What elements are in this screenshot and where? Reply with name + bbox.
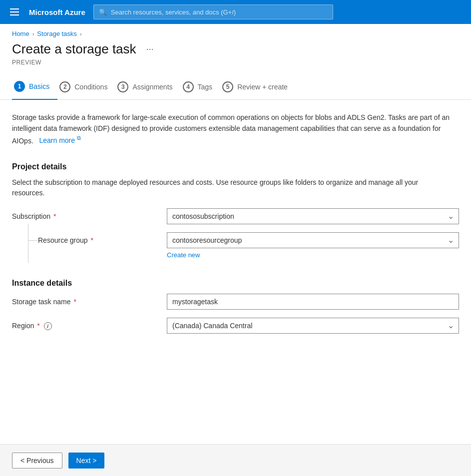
subscription-select-wrapper: contososubscription [167, 208, 459, 224]
storage-task-name-input[interactable] [167, 294, 459, 310]
wizard-step-tags[interactable]: 4 Tags [181, 74, 221, 99]
region-select-wrapper: (Canada) Canada Central [167, 318, 459, 334]
wizard-step-label-conditions: Conditions [74, 83, 107, 91]
search-icon: 🔍 [99, 8, 107, 16]
wizard-step-label-tags: Tags [198, 83, 213, 91]
resource-group-select[interactable]: contosoresourcegroup [167, 232, 459, 248]
storage-task-name-label: Storage task name * [12, 294, 167, 306]
hamburger-menu-button[interactable] [8, 6, 21, 17]
create-new-resource-group-link[interactable]: Create new [167, 251, 200, 259]
project-details-title: Project details [12, 162, 459, 171]
region-info-icon[interactable]: i [44, 322, 52, 330]
page-title: Create a storage task [12, 41, 136, 57]
wizard-step-basics[interactable]: 1 Basics [12, 74, 57, 100]
breadcrumb-separator-2: › [80, 31, 82, 37]
wizard-steps: 1 Basics 2 Conditions 3 Assignments 4 Ta… [0, 74, 471, 100]
wizard-step-num-1: 1 [14, 81, 25, 92]
storage-task-name-control [167, 294, 459, 310]
subscription-row: Subscription * contososubscription [12, 208, 459, 224]
subscription-required-indicator: * [51, 212, 56, 220]
learn-more-link[interactable]: Learn more ⧉ [37, 136, 81, 144]
top-navigation: Microsoft Azure 🔍 [0, 0, 471, 24]
wizard-step-num-2: 2 [59, 81, 70, 92]
page-header: Create a storage task ··· [0, 37, 471, 59]
footer: < Previous Next > [0, 444, 471, 476]
preview-label: PREVIEW [0, 59, 471, 74]
region-control: (Canada) Canada Central [167, 318, 459, 334]
region-required-indicator: * [35, 322, 39, 330]
project-details-desc: Select the subscription to manage deploy… [12, 177, 452, 198]
next-button[interactable]: Next > [68, 453, 105, 469]
wizard-step-conditions[interactable]: 2 Conditions [57, 74, 115, 99]
app-title: Microsoft Azure [29, 8, 85, 16]
main-content: Storage tasks provide a framework for la… [0, 100, 471, 444]
spacer [12, 267, 459, 279]
resource-group-label: Resource group * [12, 232, 167, 244]
subscription-label: Subscription * [12, 208, 167, 220]
wizard-step-review-create[interactable]: 5 Review + create [220, 74, 296, 99]
wizard-step-label-assignments: Assignments [132, 83, 172, 91]
region-select[interactable]: (Canada) Canada Central [167, 318, 459, 334]
resource-group-row: Resource group * contosoresourcegroup Cr… [12, 232, 459, 259]
wizard-step-num-5: 5 [222, 81, 233, 92]
description-text: Storage tasks provide a framework for la… [12, 112, 452, 146]
subscription-select[interactable]: contososubscription [167, 208, 459, 224]
region-row: Region * i (Canada) Canada Central [12, 318, 459, 334]
breadcrumb-separator-1: › [32, 31, 34, 37]
resource-group-control: contosoresourcegroup Create new [167, 232, 459, 259]
instance-details-section: Instance details Storage task name * Reg… [12, 279, 459, 334]
external-link-icon: ⧉ [77, 135, 81, 141]
indent-line-vertical [28, 224, 28, 263]
previous-button[interactable]: < Previous [12, 453, 62, 469]
instance-details-title: Instance details [12, 279, 459, 288]
more-options-button[interactable]: ··· [142, 42, 158, 56]
global-search-box[interactable]: 🔍 [93, 4, 333, 19]
wizard-step-label-basics: Basics [29, 82, 49, 90]
breadcrumb-storage-tasks[interactable]: Storage tasks [37, 30, 77, 37]
subscription-control: contososubscription [167, 208, 459, 224]
storage-task-name-row: Storage task name * [12, 294, 459, 310]
project-details-section: Project details Select the subscription … [12, 162, 459, 259]
wizard-step-label-review-create: Review + create [237, 83, 288, 91]
region-label: Region * i [12, 318, 167, 330]
breadcrumb: Home › Storage tasks › [0, 24, 471, 37]
wizard-step-assignments[interactable]: 3 Assignments [115, 74, 180, 99]
search-input[interactable] [111, 8, 328, 16]
wizard-step-num-3: 3 [117, 81, 128, 92]
resource-group-select-wrapper: contosoresourcegroup [167, 232, 459, 248]
breadcrumb-home[interactable]: Home [12, 30, 29, 37]
indent-line-horizontal [28, 240, 38, 241]
wizard-step-num-4: 4 [183, 81, 194, 92]
resource-group-required-indicator: * [89, 236, 93, 244]
storage-task-name-required-indicator: * [72, 298, 76, 306]
